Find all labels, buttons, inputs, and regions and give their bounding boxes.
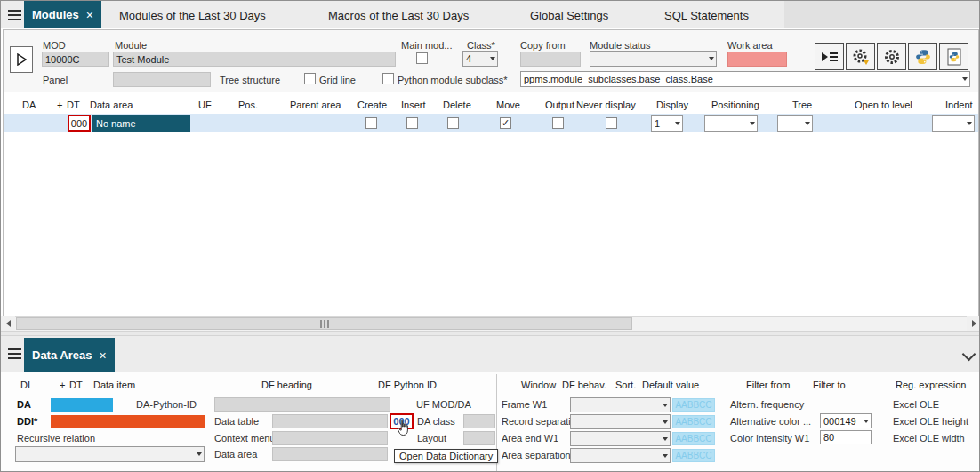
chevron-down-icon <box>663 437 668 441</box>
record-separation-w1-color-chip[interactable]: AABBCC <box>672 415 715 428</box>
module-name-field[interactable]: Test Module <box>113 52 396 67</box>
da-field[interactable] <box>51 398 113 412</box>
run-list-button[interactable] <box>815 43 844 70</box>
module-label: Module <box>115 40 147 51</box>
run-module-button[interactable] <box>10 46 33 73</box>
never-display-checkbox[interactable] <box>606 117 617 129</box>
col-tree: Tree <box>792 100 812 110</box>
chevron-down-icon <box>197 452 202 456</box>
grip-icon <box>320 320 322 328</box>
ddi-field[interactable] <box>51 415 205 428</box>
tab-modules-last-30-days[interactable]: Modules of the Last 30 Days <box>119 9 266 22</box>
python-module-file-button[interactable] <box>939 43 968 70</box>
data-area-field[interactable] <box>272 447 388 461</box>
col-df-python-id: DF Python ID <box>378 380 437 390</box>
col-parent-area: Parent area <box>290 100 341 110</box>
macro-settings-button[interactable] <box>846 43 875 70</box>
work-area-field[interactable] <box>727 52 787 67</box>
col-df-behav: DF behav. <box>562 380 606 390</box>
settings-button[interactable] <box>877 43 906 70</box>
data-table-field[interactable] <box>272 414 388 428</box>
add-item-button[interactable]: + <box>60 380 65 390</box>
scroll-right-button[interactable] <box>967 316 980 331</box>
row-data-area-field[interactable]: No name <box>92 115 190 132</box>
col-df-heading: DF heading <box>261 380 312 390</box>
create-checkbox[interactable] <box>365 117 377 129</box>
tab-modules[interactable]: Modules × <box>24 1 101 28</box>
tab-data-areas-close-icon[interactable]: × <box>99 349 106 362</box>
data-areas-menu-icon[interactable] <box>8 348 21 350</box>
tab-macros-last-30-days[interactable]: Macros of the Last 30 Days <box>328 9 469 22</box>
python-subclass-label: Python module subclass* <box>398 75 508 85</box>
color-intensity-field[interactable]: 80 <box>820 430 872 444</box>
chevron-down-icon <box>490 57 495 60</box>
chevron-down-icon <box>864 420 869 423</box>
layout-field[interactable] <box>463 431 495 445</box>
mod-field[interactable]: 10000C <box>42 52 109 67</box>
gear-icon <box>883 48 901 66</box>
panel-label: Panel <box>43 75 68 85</box>
col-create: Create <box>357 100 387 110</box>
record-separation-w1-select[interactable] <box>570 414 671 429</box>
hamburger-menu-icon[interactable] <box>8 10 21 12</box>
recursive-relation-label: Recursive relation <box>17 433 95 444</box>
grip-icon <box>324 320 325 328</box>
tab-global-settings[interactable]: Global Settings <box>530 9 608 22</box>
context-menu-field[interactable] <box>272 431 388 445</box>
col-never-display: Never display <box>576 100 636 110</box>
class-select-value: 4 <box>466 53 488 64</box>
tree-structure-label: Tree structure <box>220 75 280 85</box>
chevron-down-icon <box>675 122 680 125</box>
indent-select[interactable] <box>932 115 975 132</box>
scroll-left-button[interactable] <box>1 316 15 331</box>
layout-label: Layout <box>417 433 446 444</box>
col-reg-expression: Reg. expression <box>896 380 967 390</box>
area-end-w1-select[interactable] <box>570 431 671 446</box>
area-end-w1-color-chip[interactable]: AABBCC <box>672 432 715 445</box>
display-select[interactable]: 1 <box>651 115 683 132</box>
area-separation-w1-select[interactable] <box>570 448 671 463</box>
positioning-select[interactable] <box>704 115 758 132</box>
tab-sql-statements[interactable]: SQL Statements <box>664 9 749 22</box>
alternative-color-select[interactable]: 000149 <box>820 413 872 428</box>
module-status-select[interactable] <box>590 51 717 67</box>
da-python-id-field[interactable] <box>214 397 390 412</box>
area-separation-w1-color-chip[interactable]: AABBCC <box>672 449 715 462</box>
col-da: DA <box>22 100 36 110</box>
chevron-down-icon <box>962 77 968 81</box>
col-output: Output <box>545 100 574 110</box>
python-subclass-checkbox[interactable] <box>382 73 394 84</box>
col-window: Window <box>521 380 556 390</box>
row-dt-field[interactable]: 000 <box>68 115 91 132</box>
recursive-relation-select[interactable] <box>15 446 205 462</box>
python-subclass-select[interactable]: ppms.module_subclasses.base_class.Base <box>520 71 970 87</box>
alternative-color-label: Alternative color ... <box>730 416 811 427</box>
arrow-right-icon <box>972 320 976 327</box>
col-default-value: Default value <box>642 380 699 390</box>
panel-field[interactable] <box>113 72 211 87</box>
delete-checkbox[interactable] <box>447 117 459 129</box>
output-checkbox[interactable] <box>552 117 564 129</box>
scrollbar-thumb[interactable] <box>16 317 632 330</box>
main-module-checkbox[interactable] <box>416 52 428 64</box>
grid-line-checkbox[interactable] <box>304 73 316 84</box>
da-class-field[interactable] <box>463 414 495 428</box>
mod-label: MOD <box>43 40 66 51</box>
tree-select[interactable] <box>777 115 813 132</box>
tab-data-areas[interactable]: Data Areas × <box>24 338 115 372</box>
data-table-label: Data table <box>214 416 259 427</box>
copy-from-field[interactable] <box>520 52 581 67</box>
insert-checkbox[interactable] <box>406 117 418 129</box>
frame-w1-color-chip[interactable]: AABBCC <box>672 398 715 412</box>
add-row-button[interactable]: + <box>57 100 62 110</box>
excel-ole-height-label: Excel OLE height <box>893 416 968 427</box>
python-button[interactable] <box>908 43 937 70</box>
col-dt-bottom: DT <box>69 380 83 390</box>
tab-data-areas-label: Data Areas <box>32 348 92 362</box>
chevron-down-icon <box>967 122 972 125</box>
class-select[interactable]: 4 <box>462 51 498 67</box>
tab-modules-close-icon[interactable]: × <box>86 9 93 21</box>
python-file-icon <box>945 48 963 66</box>
frame-w1-select[interactable] <box>570 397 671 412</box>
move-checkbox-checked[interactable]: ✓ <box>500 117 511 129</box>
